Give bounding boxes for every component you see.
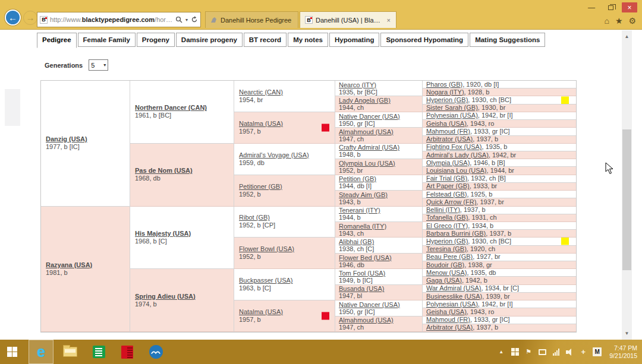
taskbar-internet-explorer[interactable]: e (29, 340, 54, 364)
horse-link[interactable]: Almahmoud (USA) (339, 316, 394, 324)
horse-link[interactable]: War Admiral (USA) (426, 285, 482, 293)
horse-link[interactable]: Buckpasser (USA) (239, 277, 292, 284)
horse-link[interactable]: Flower Bowl (USA) (239, 245, 294, 252)
address-bar[interactable]: B http://www.blacktypepedigree.com/horse… (37, 12, 201, 27)
tab-bt-record[interactable]: BT record (244, 33, 287, 47)
horse-link[interactable]: Polynesian (USA) (426, 112, 478, 120)
horse-link[interactable]: Fair Trial (GB) (426, 175, 467, 183)
url-text[interactable]: http://www.blacktypepedigree.com/horse/D… (50, 16, 174, 23)
horse-link[interactable]: El Greco (ITY) (426, 222, 468, 230)
horse-link[interactable]: Fighting Fox (USA) (426, 144, 482, 151)
horse-link[interactable]: Danzig (USA) (46, 135, 87, 143)
horse-link[interactable]: Native Dancer (USA) (339, 113, 400, 120)
horse-link[interactable]: Tom Fool (USA) (339, 270, 385, 277)
horse-link[interactable]: Crafty Admiral (USA) (339, 144, 399, 151)
horse-link[interactable]: Geisha (USA) (426, 308, 467, 316)
browser-tab-1[interactable]: Danehill Horse Pedigree (205, 11, 298, 28)
network-signal-icon[interactable] (552, 347, 560, 357)
horse-link[interactable]: Northern Dancer (CAN) (135, 104, 207, 111)
horse-link[interactable]: His Majesty (USA) (135, 230, 191, 237)
browser-tab-2[interactable]: B Danehill (USA) | Blacktype-... × (300, 11, 396, 28)
horse-link[interactable]: Olympia Lou (USA) (339, 160, 395, 167)
scroll-up-icon[interactable]: ▲ (622, 31, 632, 42)
tab-progeny[interactable]: Progeny (137, 33, 175, 47)
horse-link[interactable]: Menow (USA) (426, 269, 467, 277)
restore-button[interactable] (603, 2, 618, 12)
horse-link[interactable]: Hyperion (GB) (426, 96, 468, 104)
horse-link[interactable]: Hyperion (GB) (426, 238, 468, 245)
vertical-scrollbar[interactable]: ▲ ▼ (622, 30, 632, 340)
horse-link[interactable]: Native Dancer (USA) (339, 301, 400, 308)
tab-female-family[interactable]: Female Family (78, 33, 136, 47)
horse-link[interactable]: Flower Bed (USA) (339, 254, 392, 261)
volume-icon[interactable] (565, 347, 574, 357)
home-icon[interactable]: ⌂ (604, 16, 609, 26)
move-icon[interactable]: + (579, 347, 587, 357)
horse-link[interactable]: Pharos (GB) (426, 81, 462, 88)
horse-link[interactable]: Beau Pere (GB) (426, 254, 473, 261)
horse-link[interactable]: Natalma (USA) (239, 308, 283, 315)
favorites-star-icon[interactable]: ★ (615, 16, 623, 26)
horse-link[interactable]: Tofanella (GB) (426, 214, 468, 222)
horse-link[interactable]: Bellini (ITY) (426, 207, 460, 214)
horse-link[interactable]: Teresina (GB) (426, 246, 467, 254)
horse-link[interactable]: Razyana (USA) (46, 261, 92, 268)
horse-link[interactable]: Petitioner (GB) (239, 183, 282, 190)
horse-link[interactable]: Natalma (USA) (239, 120, 283, 127)
horse-link[interactable]: Busanda (USA) (339, 285, 384, 292)
autocomplete-dropdown-icon[interactable]: ▾ (185, 17, 188, 23)
horse-link[interactable]: Barbara Burrini (GB) (426, 230, 486, 238)
refresh-icon[interactable] (191, 16, 198, 23)
horse-link[interactable]: Arbitrator (USA) (426, 324, 473, 332)
horse-link[interactable]: Tenerani (ITY) (339, 207, 380, 214)
horse-link[interactable]: Arbitrator (USA) (426, 136, 473, 144)
horse-link[interactable]: Pas de Nom (USA) (135, 167, 193, 174)
language-indicator[interactable]: M (593, 347, 602, 357)
search-icon[interactable] (175, 16, 182, 23)
taskbar-clock[interactable]: 7:47 PM 9/21/2015 (609, 344, 637, 360)
horse-link[interactable]: Admiral's Voyage (USA) (239, 151, 309, 159)
horse-link[interactable]: Quick Arrow (FR) (426, 198, 476, 206)
horse-link[interactable]: Lady Angela (GB) (339, 97, 391, 104)
horse-link[interactable]: Spring Adieu (USA) (135, 293, 196, 300)
tab-sponsored-hypomating[interactable]: Sponsored Hypomating (380, 33, 468, 47)
show-hidden-icons[interactable]: ▲ (497, 347, 505, 357)
horse-link[interactable]: Mahmoud (FR) (426, 316, 470, 324)
horse-link[interactable]: Nearctic (CAN) (239, 88, 283, 96)
close-tab-icon[interactable]: × (386, 17, 391, 24)
horse-link[interactable]: Nogara (ITY) (426, 88, 464, 96)
taskbar-red-app[interactable] (115, 340, 139, 364)
tab-damsire-progeny[interactable]: Damsire progeny (176, 33, 243, 47)
horse-link[interactable]: Boudoir (GB) (426, 261, 464, 269)
monitor-icon[interactable] (538, 347, 546, 357)
close-button[interactable]: × (622, 2, 637, 12)
horse-link[interactable]: Admiral's Lady (USA) (426, 151, 489, 159)
tab-hypomating[interactable]: Hypomating (329, 33, 379, 47)
horse-link[interactable]: Geisha (USA) (426, 120, 467, 128)
horse-link[interactable]: Art Paper (GB) (426, 183, 470, 191)
scroll-down-icon[interactable]: ▼ (622, 328, 632, 338)
forward-button[interactable]: → (23, 11, 37, 25)
horse-link[interactable]: Steady Aim (GB) (339, 191, 388, 198)
horse-link[interactable]: Nearco (ITY) (339, 81, 376, 88)
generations-select[interactable]: 5 ▾ (89, 59, 108, 71)
tab-my-notes[interactable]: My notes (288, 33, 328, 47)
horse-link[interactable]: Almahmoud (USA) (339, 128, 394, 135)
taskbar-openoffice[interactable] (144, 340, 168, 364)
back-button[interactable]: ← (5, 10, 21, 26)
horse-link[interactable]: Olympia (USA) (426, 159, 470, 167)
tray-windows-icon[interactable] (511, 347, 519, 357)
flag-icon[interactable]: ⚑ (524, 347, 533, 357)
tab-mating-suggestions[interactable]: Mating Suggestions (470, 33, 545, 47)
scrollbar-thumb[interactable] (622, 129, 631, 270)
taskbar-file-explorer[interactable] (58, 340, 82, 364)
horse-link[interactable]: Gaga (USA) (426, 277, 462, 284)
settings-gear-icon[interactable]: ⚙ (628, 16, 636, 26)
horse-link[interactable]: Louisiana Lou (USA) (426, 167, 487, 175)
horse-link[interactable]: Alibhai (GB) (339, 238, 374, 245)
start-button[interactable] (0, 340, 24, 364)
horse-link[interactable]: Petition (GB) (339, 175, 376, 182)
horse-link[interactable]: Polynesian (USA) (426, 300, 478, 308)
horse-link[interactable]: Romanella (ITY) (339, 223, 386, 230)
horse-link[interactable]: Felstead (GB) (426, 191, 467, 198)
